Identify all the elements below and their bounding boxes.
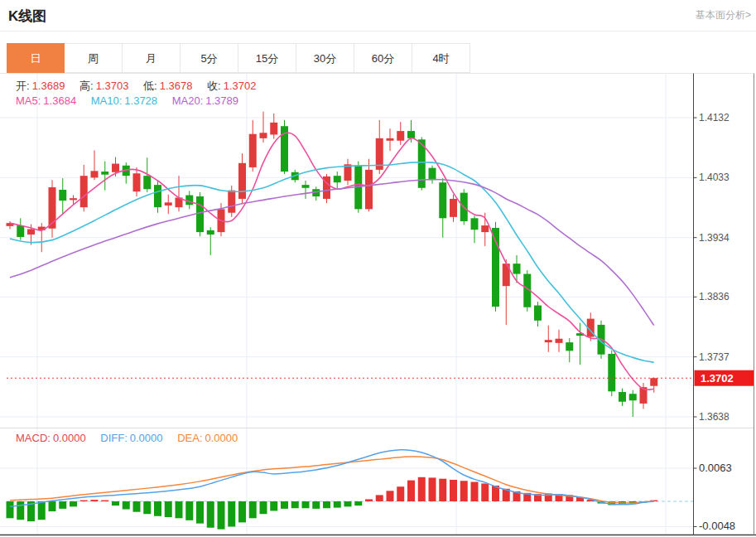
dea-label: DEA: bbox=[177, 432, 202, 444]
close-value: 1.3702 bbox=[224, 80, 257, 92]
macd-histogram bbox=[7, 477, 658, 530]
macd-legend: MACD:0.0000 DIFF:0.0000 DEA:0.0000 bbox=[16, 432, 249, 444]
ma20-value: 1.3789 bbox=[205, 94, 238, 107]
diff-value: 0.0000 bbox=[130, 432, 163, 444]
tab-day[interactable]: 日 bbox=[7, 43, 65, 73]
current-price-badge: 1.3702 bbox=[695, 370, 754, 386]
ma5-line bbox=[10, 133, 654, 389]
open-value: 1.3689 bbox=[32, 80, 65, 92]
svg-text:1.4033: 1.4033 bbox=[699, 172, 730, 183]
ma20-line bbox=[10, 180, 654, 326]
svg-text:1.3934: 1.3934 bbox=[699, 232, 730, 244]
tab-month[interactable]: 月 bbox=[123, 43, 181, 73]
high-value: 1.3703 bbox=[96, 80, 129, 92]
macd-label: MACD: bbox=[16, 432, 51, 444]
low-label: 低: bbox=[143, 80, 157, 92]
tab-week[interactable]: 周 bbox=[65, 43, 123, 73]
candles-layer bbox=[7, 112, 658, 417]
svg-text:1.3702: 1.3702 bbox=[701, 372, 734, 385]
macd-value: 0.0000 bbox=[53, 432, 86, 444]
svg-text:1.3638: 1.3638 bbox=[699, 411, 730, 423]
svg-text:1.3836: 1.3836 bbox=[699, 291, 730, 302]
close-label: 收: bbox=[207, 80, 221, 92]
low-value: 1.3678 bbox=[160, 80, 193, 92]
ma10-line bbox=[10, 162, 654, 362]
svg-text:-0.0048: -0.0048 bbox=[699, 520, 735, 532]
ohlc-legend: 开:1.3689 高:1.3703 低:1.3678 收:1.3702 bbox=[16, 79, 267, 94]
svg-text:1.4132: 1.4132 bbox=[699, 112, 730, 123]
tab-5min[interactable]: 5分 bbox=[181, 43, 238, 73]
tab-60min[interactable]: 60分 bbox=[354, 43, 412, 73]
period-tabs: 日 周 月 5分 15分 30分 60分 4时 bbox=[7, 43, 470, 73]
diff-label: DIFF: bbox=[100, 432, 128, 444]
ma20-label: MA20: bbox=[172, 94, 204, 107]
open-label: 开: bbox=[16, 80, 30, 92]
svg-text:0.0063: 0.0063 bbox=[699, 462, 732, 474]
grid-layer bbox=[0, 74, 694, 535]
page-title: K线图 bbox=[8, 7, 46, 26]
ma10-value: 1.3728 bbox=[124, 94, 157, 107]
ma5-value: 1.3684 bbox=[43, 94, 76, 107]
ma10-label: MA10: bbox=[91, 94, 123, 107]
header-divider bbox=[0, 31, 756, 31]
kline-page: 1.37021.41321.40331.39341.38361.37371.36… bbox=[0, 0, 756, 537]
fundamental-analysis-link[interactable]: 基本面分析> bbox=[696, 8, 751, 22]
tab-4hour[interactable]: 4时 bbox=[412, 43, 470, 73]
high-label: 高: bbox=[79, 80, 94, 92]
ma5-label: MA5: bbox=[16, 94, 41, 107]
dea-value: 0.0000 bbox=[205, 432, 238, 444]
tab-15min[interactable]: 15分 bbox=[238, 43, 296, 73]
svg-text:1.3737: 1.3737 bbox=[699, 351, 730, 363]
macd-axis: 0.0063-0.0048 bbox=[694, 462, 736, 532]
ma-legend: MA5:1.3684 MA10:1.3728 MA20:1.3789 bbox=[16, 94, 250, 107]
ma-lines bbox=[10, 133, 654, 389]
tab-30min[interactable]: 30分 bbox=[296, 43, 354, 73]
